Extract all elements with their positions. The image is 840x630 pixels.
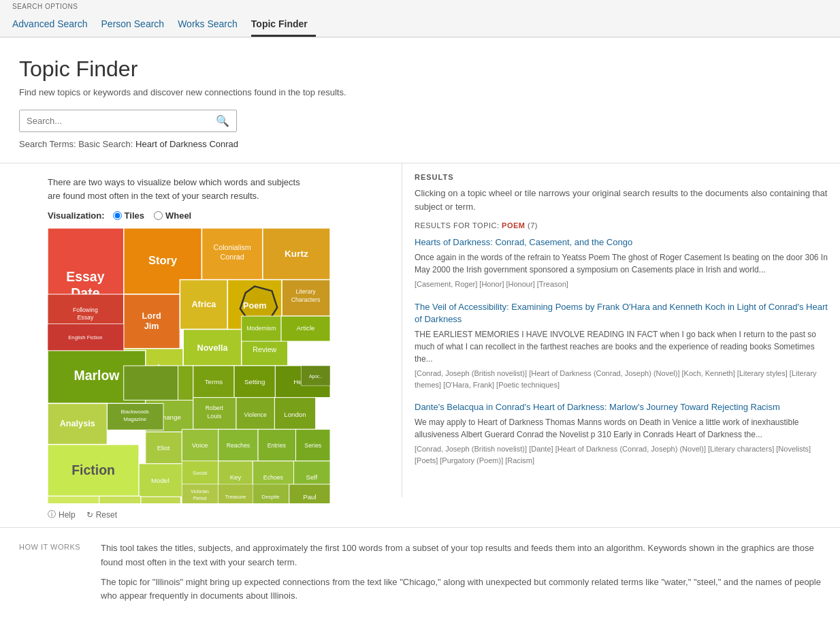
- svg-text:Eliot: Eliot: [157, 444, 170, 452]
- svg-text:Kurtz: Kurtz: [285, 249, 308, 259]
- search-bar: 🔍: [19, 110, 237, 132]
- svg-text:Series: Series: [304, 443, 321, 450]
- radio-tiles-input[interactable]: [113, 211, 122, 220]
- svg-text:Article: Article: [297, 324, 315, 332]
- svg-text:Entries: Entries: [268, 443, 287, 450]
- svg-text:Africa: Africa: [191, 300, 216, 309]
- result-title[interactable]: The Veil of Accessibility: Examining Poe…: [415, 301, 828, 326]
- svg-text:Fiction: Fiction: [71, 462, 115, 477]
- nav-link-person-search[interactable]: Person Search: [101, 14, 173, 37]
- svg-text:Model: Model: [151, 477, 169, 484]
- svg-text:Self: Self: [306, 473, 317, 481]
- svg-text:Marlow: Marlow: [74, 368, 120, 383]
- how-it-works-label: HOW IT WORKS: [19, 541, 87, 603]
- result-tags: [Casement, Roger] [Honor] [Honour] [Trea…: [415, 279, 828, 290]
- radio-tiles-label: Tiles: [125, 210, 144, 221]
- svg-text:Treasure: Treasure: [225, 494, 246, 500]
- how-paragraph-1: This tool takes the titles, subjects, an…: [101, 541, 821, 570]
- tile-visualization[interactable]: Essay Date Story Colonialism Conrad Kurt…: [48, 227, 330, 503]
- svg-rect-84: [48, 496, 99, 503]
- svg-text:Victorian: Victorian: [191, 489, 209, 494]
- svg-rect-91: [141, 497, 180, 503]
- svg-text:English Fiction: English Fiction: [68, 334, 103, 341]
- result-tags: [Conrad, Joseph (British novelist)] [Dan…: [415, 443, 828, 466]
- main-content: Topic Finder Find new topics or keywords…: [0, 37, 840, 149]
- reset-icon: ↻: [86, 510, 93, 520]
- svg-text:Essay: Essay: [77, 314, 93, 321]
- how-it-works-section: HOW IT WORKS This tool takes the titles,…: [0, 527, 840, 617]
- svg-text:Analysis: Analysis: [60, 419, 95, 428]
- nav-link-works-search[interactable]: Works Search: [178, 14, 246, 37]
- nav-links: Advanced Search Person Search Works Sear…: [12, 10, 828, 37]
- svg-text:Following: Following: [73, 306, 98, 313]
- topic-name: POEM: [502, 221, 525, 230]
- svg-text:Literary: Literary: [295, 288, 316, 295]
- results-header: RESULTS: [415, 173, 828, 181]
- svg-text:Setting: Setting: [244, 378, 265, 385]
- svg-text:Reaches: Reaches: [227, 443, 251, 450]
- result-item: Hearts of Darkness: Conrad, Casement, an…: [415, 236, 828, 290]
- nav-bar: SEARCH OPTIONS Advanced Search Person Se…: [0, 0, 840, 37]
- result-title[interactable]: Hearts of Darkness: Conrad, Casement, an…: [415, 236, 828, 249]
- svg-text:Magazine: Magazine: [123, 416, 146, 422]
- svg-text:Voice: Voice: [192, 442, 208, 450]
- svg-text:Despite: Despite: [261, 494, 279, 500]
- svg-text:Robert: Robert: [206, 405, 224, 411]
- help-icon: ⓘ: [48, 509, 56, 520]
- result-item: The Veil of Accessibility: Examining Poe…: [415, 301, 828, 390]
- svg-text:Review: Review: [253, 345, 276, 353]
- svg-text:Violence: Violence: [244, 411, 266, 418]
- svg-text:Conrad: Conrad: [221, 253, 244, 261]
- radio-group: Tiles Wheel: [113, 210, 192, 221]
- results-intro: Clicking on a topic wheel or tile narrow…: [415, 187, 828, 213]
- result-item: Dante's Belacqua in Conrad's Heart of Da…: [415, 401, 828, 466]
- how-it-works-text: This tool takes the titles, subjects, an…: [101, 541, 821, 603]
- svg-text:Lord: Lord: [142, 311, 161, 321]
- svg-text:Characters: Characters: [291, 296, 321, 303]
- tile-svg: Essay Date Story Colonialism Conrad Kurt…: [48, 227, 330, 503]
- search-terms-prefix: Basic Search:: [78, 139, 133, 149]
- svg-text:Colonialism: Colonialism: [214, 243, 251, 251]
- topic-count: (7): [528, 221, 538, 230]
- result-tags: [Conrad, Joseph (British novelist)] [Hea…: [415, 368, 828, 390]
- svg-text:Modernism: Modernism: [246, 325, 276, 332]
- search-button[interactable]: 🔍: [209, 110, 236, 131]
- nav-link-topic-finder[interactable]: Topic Finder: [251, 14, 316, 37]
- results-for-topic: RESULTS FOR TOPIC: POEM (7): [415, 221, 828, 230]
- search-options-label: SEARCH OPTIONS: [12, 0, 828, 10]
- results-for-label: RESULTS FOR TOPIC:: [415, 221, 500, 230]
- svg-text:Social: Social: [193, 470, 207, 476]
- svg-text:Blackwoods: Blackwoods: [121, 409, 150, 415]
- search-input[interactable]: [20, 110, 209, 131]
- search-terms-value: Heart of Darkness Conrad: [135, 139, 238, 149]
- left-panel: There are two ways to visualize below wh…: [0, 163, 402, 527]
- right-panel: RESULTS Clicking on a topic wheel or til…: [402, 163, 840, 497]
- page-title: Topic Finder: [19, 57, 821, 82]
- svg-rect-86: [99, 496, 141, 503]
- radio-wheel-input[interactable]: [154, 211, 163, 220]
- visualization-options: Visualization: Tiles Wheel: [48, 210, 389, 221]
- two-col-layout: There are two ways to visualize below wh…: [0, 163, 840, 527]
- vis-intro: There are two ways to visualize below wh…: [48, 176, 389, 202]
- svg-text:Key: Key: [230, 473, 242, 481]
- result-excerpt: Once again in the words of the refrain t…: [415, 251, 828, 276]
- help-button[interactable]: ⓘ Help: [48, 509, 76, 520]
- search-terms-label: Search Terms:: [19, 139, 76, 149]
- radio-wheel[interactable]: Wheel: [154, 210, 191, 221]
- svg-text:Essay: Essay: [66, 269, 104, 284]
- svg-text:Poem: Poem: [243, 301, 266, 311]
- svg-text:Apoc..: Apoc..: [309, 374, 322, 379]
- svg-text:Novella: Novella: [197, 343, 229, 353]
- page-subtitle: Find new topics or keywords and discover…: [19, 87, 821, 97]
- result-title[interactable]: Dante's Belacqua in Conrad's Heart of Da…: [415, 401, 828, 413]
- search-terms-line: Search Terms: Basic Search: Heart of Dar…: [19, 139, 821, 149]
- how-paragraph-2: The topic for "Illinois" might bring up …: [101, 576, 821, 604]
- radio-wheel-label: Wheel: [165, 210, 191, 221]
- svg-text:Louis: Louis: [207, 413, 222, 420]
- help-label: Help: [59, 510, 76, 520]
- reset-button[interactable]: ↻ Reset: [86, 509, 117, 520]
- radio-tiles[interactable]: Tiles: [113, 210, 144, 221]
- svg-text:Terms: Terms: [205, 378, 223, 385]
- result-excerpt: We may apply to Heart of Darkness Thomas…: [415, 416, 828, 441]
- nav-link-advanced-search[interactable]: Advanced Search: [12, 14, 96, 37]
